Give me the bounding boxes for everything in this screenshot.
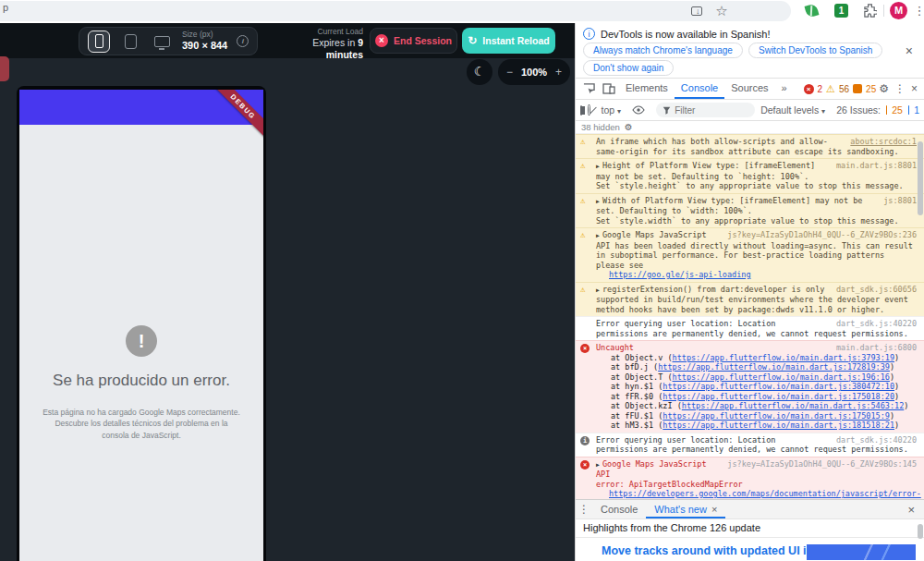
- stack-frame-link[interactable]: https://app.flutterflow.io/main.dart.js:…: [673, 372, 890, 382]
- error-icon: ×: [580, 460, 590, 470]
- console-message[interactable]: dart_sdk.js:60656⚠▶registerExtension() f…: [576, 282, 924, 317]
- stack-frame-link[interactable]: https://app.flutterflow.io/main.dart.js:…: [663, 382, 894, 391]
- drawer-close-icon[interactable]: ×: [907, 503, 915, 517]
- message-source-link[interactable]: dart_sdk.js:40220: [836, 435, 917, 445]
- levels-label: Default levels: [760, 104, 819, 116]
- device-tablet-button[interactable]: [119, 30, 141, 53]
- log-levels-selector[interactable]: Default levels ▾: [760, 104, 825, 116]
- console-message[interactable]: js?key=AIzaSyD1aOhH4_0QU--6_ZAVz9BOs:236…: [576, 227, 924, 282]
- dont-show-again-button[interactable]: Don't show again: [583, 60, 674, 76]
- console-message[interactable]: dart_sdk.js:40220iError querying user lo…: [576, 433, 924, 457]
- expand-arrow-icon[interactable]: ▶: [596, 163, 600, 170]
- infobar-message: DevTools is now available in Spanish!: [601, 29, 770, 40]
- issues-blue-count[interactable]: 1: [914, 104, 919, 116]
- message-source-link[interactable]: js:8801: [883, 196, 917, 206]
- send-arrow: ↓: [696, 3, 700, 19]
- error-count[interactable]: 2: [818, 84, 823, 94]
- stack-frame-link[interactable]: https://app.flutterflow.io/main.dart.js:…: [663, 421, 894, 430]
- warning-count[interactable]: 56: [839, 84, 849, 94]
- stack-frame-link[interactable]: https://app.flutterflow.io/main.dart.js:…: [658, 362, 890, 372]
- maps-error-panel: ! Se ha producido un error. Esta página …: [19, 325, 263, 441]
- context-selector[interactable]: top ▾: [602, 104, 622, 116]
- message-link[interactable]: https://goo.gle/js-api-loading: [609, 270, 917, 280]
- whats-new-content: Move tracks around with updated UI in: [576, 538, 924, 560]
- address-bar[interactable]: [0, 1, 791, 21]
- clear-console-icon[interactable]: [588, 104, 590, 116]
- expand-arrow-icon[interactable]: ▶: [596, 198, 600, 205]
- stack-frame-link[interactable]: https://app.flutterflow.io/main.dart.js:…: [673, 353, 895, 362]
- instant-reload-button[interactable]: ↻ Instant Reload: [462, 28, 555, 54]
- issues-count[interactable]: 25: [866, 84, 876, 94]
- message-source-link[interactable]: main.dart.js:8801: [836, 161, 917, 171]
- instant-reload-label: Instant Reload: [482, 35, 549, 46]
- more-tabs-chevron[interactable]: »: [775, 79, 794, 99]
- live-expression-eye-icon[interactable]: [632, 105, 645, 115]
- send-to-device-icon[interactable]: ↓: [688, 3, 705, 19]
- device-desktop-button[interactable]: [151, 30, 173, 53]
- browser-menu-icon[interactable]: ⋮: [911, 3, 924, 19]
- console-filter-input[interactable]: [675, 105, 748, 116]
- zoom-out-button[interactable]: −: [506, 66, 513, 79]
- devtools-close-icon[interactable]: ×: [911, 82, 918, 95]
- feature-thumbnail: [807, 544, 916, 560]
- left-edge-flag[interactable]: [0, 56, 9, 81]
- expand-arrow-icon[interactable]: ▶: [596, 461, 600, 469]
- tab-console[interactable]: Console: [675, 79, 724, 99]
- error-icon: ×: [580, 344, 590, 353]
- dark-mode-toggle[interactable]: ☾: [467, 59, 492, 85]
- end-session-button[interactable]: × End Session: [370, 28, 457, 54]
- message-source-link[interactable]: about:srcdoc:1: [850, 137, 917, 147]
- context-label: top: [602, 104, 615, 116]
- issues-label[interactable]: 26 Issues:: [836, 104, 881, 116]
- session-expiry: Current Load Expires in 9 minutes: [273, 27, 363, 61]
- console-message[interactable]: main.dart.js:6800×Uncaughtat Object.v (h…: [576, 340, 924, 433]
- infobar-close-icon[interactable]: ×: [906, 43, 913, 58]
- profile-avatar[interactable]: M: [890, 2, 907, 19]
- zoom-in-button[interactable]: +: [555, 66, 562, 79]
- drawer-scrollbar-thumb[interactable]: [918, 524, 923, 539]
- device-phone-button[interactable]: [88, 30, 110, 53]
- devtools-menu-icon[interactable]: ⋮: [894, 82, 906, 95]
- size-info-icon[interactable]: i: [237, 35, 249, 47]
- devtools-settings-icon[interactable]: ⚙: [879, 82, 889, 95]
- message-source-link[interactable]: js?key=AIzaSyD1aOhH4_0QU--6_ZAVz9BOs:236: [727, 230, 917, 240]
- console-message[interactable]: js?key=AIzaSyD1aOhH4_0QU--6_ZAVz9BOs:145…: [576, 457, 924, 500]
- whats-new-close-icon[interactable]: ×: [711, 504, 717, 515]
- console-message[interactable]: js:8801⚠▶Width of Platform View type: [i…: [576, 193, 924, 228]
- stack-frame-link[interactable]: https://app.flutterflow.io/main.dart.js:…: [663, 411, 890, 421]
- extension-green-badge-icon[interactable]: 1: [834, 4, 848, 18]
- message-source-link[interactable]: main.dart.js:6800: [836, 343, 917, 353]
- extensions-puzzle-icon[interactable]: [863, 4, 880, 20]
- bookmark-star-icon[interactable]: ☆: [713, 3, 730, 19]
- tab-sources[interactable]: Sources: [724, 79, 774, 99]
- tab-elements[interactable]: Elements: [619, 79, 675, 99]
- stack-frame-link[interactable]: https://app.flutterflow.io/main.dart.js:…: [663, 392, 894, 401]
- caret-down-icon: ▾: [617, 107, 621, 116]
- inspect-element-icon[interactable]: [583, 83, 595, 95]
- issues-orange-count[interactable]: 25: [892, 104, 903, 116]
- console-message[interactable]: about:srcdoc:1⚠An iframe which has both …: [576, 134, 924, 158]
- drawer-tab-console[interactable]: Console: [592, 500, 646, 518]
- console-message[interactable]: main.dart.js:8801⚠▶Height of Platform Vi…: [576, 158, 924, 193]
- stack-frame-link[interactable]: https://app.flutterflow.io/main.dart.js:…: [682, 401, 905, 410]
- console-scrollbar-thumb[interactable]: [918, 141, 923, 215]
- message-source-link[interactable]: js?key=AIzaSyD1aOhH4_0QU--6_ZAVz9BOs:145: [727, 459, 917, 470]
- message-text: Uncaught: [596, 343, 634, 352]
- extension-leaf-icon[interactable]: [805, 4, 820, 18]
- hidden-settings-gear-icon[interactable]: ⚙: [625, 122, 633, 132]
- message-text: Google Maps JavaScript APIerror: ApiTarg…: [596, 459, 743, 489]
- device-toolbar-icon[interactable]: [602, 83, 615, 94]
- drawer-tab-whats-new[interactable]: What's new×: [646, 500, 725, 518]
- console-sidebar-icon[interactable]: [580, 105, 582, 116]
- expand-arrow-icon[interactable]: ▶: [596, 287, 600, 294]
- message-link[interactable]: https://developers.google.com/maps/docum…: [609, 489, 917, 499]
- message-source-link[interactable]: dart_sdk.js:40220: [836, 319, 917, 329]
- maps-error-title: Se ha producido un error.: [19, 372, 263, 390]
- switch-to-spanish-button[interactable]: Switch DevTools to Spanish: [748, 43, 882, 58]
- match-language-button[interactable]: Always match Chrome's language: [583, 43, 743, 58]
- expand-arrow-icon[interactable]: ▶: [596, 232, 600, 239]
- console-message[interactable]: dart_sdk.js:40220Error querying user loc…: [576, 316, 924, 340]
- drawer-menu-icon[interactable]: ⋮: [578, 503, 590, 516]
- message-source-link[interactable]: dart_sdk.js:60656: [836, 285, 917, 295]
- feature-link[interactable]: Move tracks around with updated UI in: [602, 544, 813, 557]
